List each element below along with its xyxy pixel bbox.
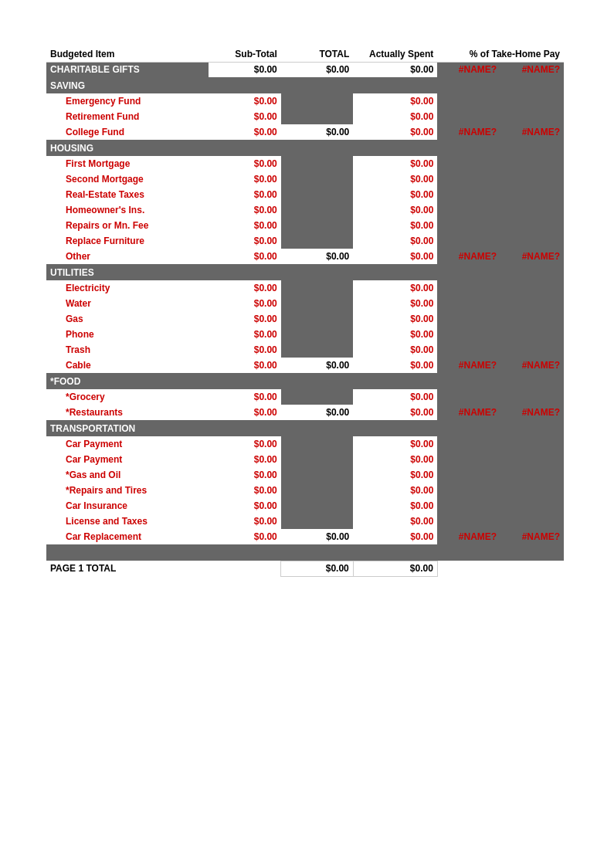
header-actual: Actually Spent bbox=[353, 46, 437, 62]
table-row: Gas $0.00 $0.00 bbox=[46, 311, 564, 327]
category-row-transportation: TRANSPORTATION bbox=[46, 420, 564, 436]
table-row: Real-Estate Taxes $0.00 $0.00 bbox=[46, 187, 564, 202]
header-total: TOTAL bbox=[281, 46, 353, 62]
table-row: *Restaurants $0.00 $0.00 $0.00 #NAME? #N… bbox=[46, 405, 564, 420]
category-label-food: *FOOD bbox=[46, 373, 209, 389]
table-row: Replace Furniture $0.00 $0.00 bbox=[46, 233, 564, 249]
item-label: Emergency Fund bbox=[46, 93, 209, 109]
table-row: Retirement Fund $0.00 $0.00 bbox=[46, 109, 564, 124]
item-subtotal: $0.00 bbox=[209, 93, 280, 109]
category-label-transportation: TRANSPORTATION bbox=[46, 420, 209, 436]
item-subtotal: $0.00 bbox=[209, 109, 280, 124]
table-row: Second Mortgage $0.00 $0.00 bbox=[46, 171, 564, 187]
category-row-saving: SAVING bbox=[46, 77, 564, 93]
table-row: *Repairs and Tires $0.00 $0.00 bbox=[46, 483, 564, 498]
table-row: Electricity $0.00 $0.00 bbox=[46, 280, 564, 296]
table-row: Car Payment $0.00 $0.00 bbox=[46, 452, 564, 467]
table-row: Emergency Fund $0.00 $0.00 bbox=[46, 93, 564, 109]
charitable-subtotal: $0.00 bbox=[209, 62, 280, 77]
category-row-charitable: CHARITABLE GIFTS $0.00 $0.00 $0.00 #NAME… bbox=[46, 62, 564, 77]
table-row: Cable $0.00 $0.00 $0.00 #NAME? #NAME? bbox=[46, 358, 564, 373]
item-label: Retirement Fund bbox=[46, 109, 209, 124]
category-row-food: *FOOD bbox=[46, 373, 564, 389]
table-row: Repairs or Mn. Fee $0.00 $0.00 bbox=[46, 218, 564, 233]
charitable-actual: $0.00 bbox=[353, 62, 437, 77]
item-actual: $0.00 bbox=[353, 109, 437, 124]
table-header: Budgeted Item Sub-Total TOTAL Actually S… bbox=[46, 46, 564, 62]
header-item: Budgeted Item bbox=[46, 46, 209, 62]
table-row: License and Taxes $0.00 $0.00 bbox=[46, 514, 564, 529]
category-label-saving: SAVING bbox=[46, 77, 209, 93]
budget-table: Budgeted Item Sub-Total TOTAL Actually S… bbox=[46, 46, 564, 577]
item-actual: $0.00 bbox=[353, 93, 437, 109]
category-label-charitable: CHARITABLE GIFTS bbox=[46, 62, 209, 77]
charitable-total: $0.00 bbox=[281, 62, 353, 77]
category-row-utilities: UTILITIES bbox=[46, 264, 564, 280]
item-subtotal: $0.00 bbox=[209, 124, 280, 140]
page-total-actual: $0.00 bbox=[353, 561, 437, 576]
header-pct: % of Take-Home Pay bbox=[437, 46, 564, 62]
item-total: $0.00 bbox=[281, 124, 353, 140]
category-row-housing: HOUSING bbox=[46, 140, 564, 156]
table-row: College Fund $0.00 $0.00 $0.00 #NAME? #N… bbox=[46, 124, 564, 140]
item-label: College Fund bbox=[46, 124, 209, 140]
charitable-pct1: #NAME? bbox=[437, 62, 500, 77]
table-row: Car Payment $0.00 $0.00 bbox=[46, 436, 564, 452]
table-row: Other $0.00 $0.00 $0.00 #NAME? #NAME? bbox=[46, 249, 564, 264]
spacer-row bbox=[46, 544, 564, 561]
table-row: Water $0.00 $0.00 bbox=[46, 296, 564, 311]
table-row: Trash $0.00 $0.00 bbox=[46, 342, 564, 358]
page-total-label: PAGE 1 TOTAL bbox=[46, 561, 209, 576]
table-row: Phone $0.00 $0.00 bbox=[46, 327, 564, 342]
item-actual: $0.00 bbox=[353, 124, 437, 140]
category-label-utilities: UTILITIES bbox=[46, 264, 209, 280]
table-row: *Gas and Oil $0.00 $0.00 bbox=[46, 467, 564, 483]
table-row: *Grocery $0.00 $0.00 bbox=[46, 389, 564, 405]
header-subtotal: Sub-Total bbox=[209, 46, 280, 62]
table-row: Car Replacement $0.00 $0.00 $0.00 #NAME?… bbox=[46, 529, 564, 544]
category-label-housing: HOUSING bbox=[46, 140, 209, 156]
table-row: Homeowner's Ins. $0.00 $0.00 bbox=[46, 202, 564, 218]
charitable-pct2: #NAME? bbox=[500, 62, 564, 77]
page-total-total: $0.00 bbox=[281, 561, 353, 576]
item-pct2: #NAME? bbox=[500, 124, 564, 140]
table-row: Car Insurance $0.00 $0.00 bbox=[46, 498, 564, 514]
item-pct1: #NAME? bbox=[437, 124, 500, 140]
table-row: First Mortgage $0.00 $0.00 bbox=[46, 156, 564, 171]
page-total-row: PAGE 1 TOTAL $0.00 $0.00 bbox=[46, 561, 564, 576]
